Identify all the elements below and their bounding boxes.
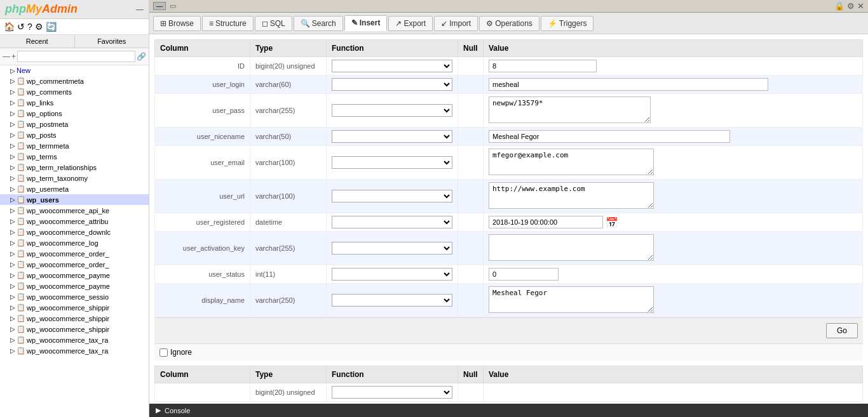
- bottom-field-id-function-select[interactable]: [332, 386, 452, 399]
- window-minimize-btn[interactable]: —: [153, 2, 166, 10]
- field-user-email-value[interactable]: mfegor@example.com: [489, 149, 654, 175]
- tree-item-woo-log[interactable]: ▷ 📋 wp_woocommerce_log: [0, 237, 149, 248]
- import-button[interactable]: ↙ Import: [434, 16, 478, 31]
- close-icon[interactable]: ✕: [857, 1, 864, 11]
- tree-item-woo-downlc[interactable]: ▷ 📋 wp_woocommerce_downlc: [0, 227, 149, 237]
- field-user-pass-value[interactable]: newpw/13579*: [489, 96, 651, 123]
- field-user-pass-function[interactable]: [327, 94, 458, 128]
- field-user-nicename-function[interactable]: [327, 128, 458, 146]
- expand-all-icon[interactable]: +: [11, 52, 16, 61]
- tree-item-woo-tax-ra1[interactable]: ▷ 📋 wp_woocommerce_tax_ra: [0, 334, 149, 345]
- tree-item-usermeta[interactable]: ▷ 📋 wp_usermeta: [0, 183, 149, 194]
- field-user-status-function[interactable]: [327, 265, 458, 284]
- tree-item-woo-api-ke[interactable]: ▷ 📋 wp_woocommerce_api_ke: [0, 205, 149, 216]
- tree-item-term-relationships[interactable]: ▷ 📋 wp_term_relationships: [0, 162, 149, 173]
- ignore-checkbox[interactable]: [159, 348, 168, 357]
- export-button[interactable]: ↗ Export: [388, 16, 433, 31]
- tree-item-new[interactable]: ▷ New: [0, 65, 149, 76]
- tree-item-woo-shippir1[interactable]: ▷ 📋 wp_woocommerce_shippir: [0, 302, 149, 313]
- ignore-label[interactable]: Ignore: [170, 348, 192, 357]
- tree-item-woo-shippir2[interactable]: ▷ 📋 wp_woocommerce_shippir: [0, 313, 149, 324]
- expand-icon: ▷: [10, 336, 15, 343]
- tree-item-options[interactable]: ▷ 📋 wp_options: [0, 108, 149, 119]
- field-user-nicename-value[interactable]: [489, 130, 730, 143]
- tree-item-label: wp_woocommerce_tax_ra: [27, 347, 108, 355]
- search-button[interactable]: 🔍 Search: [294, 16, 343, 31]
- field-id-function-select[interactable]: [332, 60, 452, 72]
- bottom-field-id-function[interactable]: [327, 383, 458, 402]
- calendar-icon[interactable]: 📅: [606, 216, 618, 228]
- table-icon: 📋: [17, 228, 25, 236]
- tree-item-postmeta[interactable]: ▷ 📋 wp_postmeta: [0, 119, 149, 129]
- sidebar-search-input[interactable]: [17, 51, 135, 62]
- field-user-pass-function-select[interactable]: [332, 104, 452, 117]
- theme-icon[interactable]: 🔄: [46, 22, 57, 32]
- field-user-activation-function[interactable]: [327, 232, 458, 265]
- insert-button[interactable]: ✎ Insert: [344, 15, 388, 31]
- tree-item-woo-order2[interactable]: ▷ 📋 wp_woocommerce_order_: [0, 259, 149, 270]
- field-user-status-value[interactable]: [489, 268, 559, 281]
- tree-item-label: wp_users: [27, 196, 59, 204]
- tree-item-woo-payme1[interactable]: ▷ 📋 wp_woocommerce_payme: [0, 270, 149, 281]
- field-id-value[interactable]: [489, 60, 597, 72]
- field-display-name-function-select[interactable]: [332, 294, 452, 307]
- settings-main-icon[interactable]: ⚙: [847, 1, 855, 11]
- field-display-name-type: varchar(250): [250, 284, 327, 317]
- field-user-nicename-function-select[interactable]: [332, 130, 452, 143]
- tree-item-woo-payme2[interactable]: ▷ 📋 wp_woocommerce_payme: [0, 281, 149, 291]
- refresh-icon[interactable]: ↺: [17, 22, 25, 32]
- tree-item-termmeta[interactable]: ▷ 📋 wp_termmeta: [0, 140, 149, 151]
- tree-item-commentmeta[interactable]: ▷ 📋 wp_commentmeta: [0, 76, 149, 86]
- tab-recent[interactable]: Recent: [0, 35, 75, 48]
- triggers-button[interactable]: ⚡ Triggers: [541, 16, 594, 31]
- tree-item-users[interactable]: ▷ 📋 wp_users: [0, 194, 149, 205]
- field-user-nicename-value-cell: [484, 128, 863, 146]
- settings-icon[interactable]: ⚙: [35, 22, 43, 32]
- field-user-status-function-select[interactable]: [332, 268, 452, 281]
- go-button[interactable]: Go: [826, 323, 858, 338]
- field-user-email-function-select[interactable]: [332, 156, 452, 169]
- field-user-login-value[interactable]: [489, 78, 768, 91]
- field-user-activation-function-select[interactable]: [332, 242, 452, 255]
- field-user-login-function-select[interactable]: [332, 78, 452, 91]
- tree-item-woo-tax-ra2[interactable]: ▷ 📋 wp_woocommerce_tax_ra: [0, 345, 149, 356]
- field-id-function[interactable]: [327, 57, 458, 76]
- tree-item-woo-shippir3[interactable]: ▷ 📋 wp_woocommerce_shippir: [0, 324, 149, 334]
- tab-favorites[interactable]: Favorites: [75, 35, 149, 48]
- field-user-url-value[interactable]: http://www.example.com: [489, 182, 654, 209]
- field-display-name-value[interactable]: Mesheal Fegor: [489, 286, 654, 313]
- tree-item-woo-attrib[interactable]: ▷ 📋 wp_woocommerce_attribu: [0, 216, 149, 227]
- tree-item-woo-sessio[interactable]: ▷ 📋 wp_woocommerce_sessio: [0, 291, 149, 302]
- tree-item-term-taxonomy[interactable]: ▷ 📋 wp_term_taxonomy: [0, 173, 149, 183]
- link-icon[interactable]: 🔗: [137, 52, 146, 61]
- browse-button[interactable]: ⊞ Browse: [153, 16, 201, 31]
- field-user-activation-value-cell: [484, 232, 863, 265]
- console-bar[interactable]: ▶ Console: [149, 404, 868, 417]
- tree-item-posts[interactable]: ▷ 📋 wp_posts: [0, 129, 149, 140]
- field-user-activation-value[interactable]: [489, 234, 654, 261]
- field-id-value-cell: [484, 57, 863, 76]
- operations-button[interactable]: ⚙ Operations: [479, 16, 539, 31]
- collapse-all-icon[interactable]: —: [3, 52, 10, 61]
- field-user-email-function[interactable]: [327, 146, 458, 180]
- table-icon: 📋: [17, 249, 25, 258]
- field-user-url-function-select[interactable]: [332, 190, 452, 202]
- field-user-email-type: varchar(100): [250, 146, 327, 180]
- field-user-registered-function[interactable]: [327, 213, 458, 232]
- tree-item-comments[interactable]: ▷ 📋 wp_comments: [0, 86, 149, 97]
- tree-item-woo-order1[interactable]: ▷ 📋 wp_woocommerce_order_: [0, 248, 149, 259]
- tree-item-terms[interactable]: ▷ 📋 wp_terms: [0, 151, 149, 162]
- expand-icon: ▷: [10, 326, 15, 333]
- field-user-registered-null: [458, 213, 484, 232]
- home-icon[interactable]: 🏠: [4, 22, 15, 32]
- field-display-name-function[interactable]: [327, 284, 458, 317]
- sql-button[interactable]: ◻ SQL: [255, 16, 292, 31]
- help-icon[interactable]: ?: [27, 22, 32, 32]
- field-user-registered-value[interactable]: [489, 216, 603, 228]
- tree-item-links[interactable]: ▷ 📋 wp_links: [0, 97, 149, 108]
- sql-icon: ◻: [262, 19, 268, 28]
- field-user-registered-function-select[interactable]: [332, 216, 452, 228]
- structure-button[interactable]: ≡ Structure: [202, 16, 254, 31]
- field-user-login-function[interactable]: [327, 76, 458, 94]
- field-user-url-function[interactable]: [327, 180, 458, 213]
